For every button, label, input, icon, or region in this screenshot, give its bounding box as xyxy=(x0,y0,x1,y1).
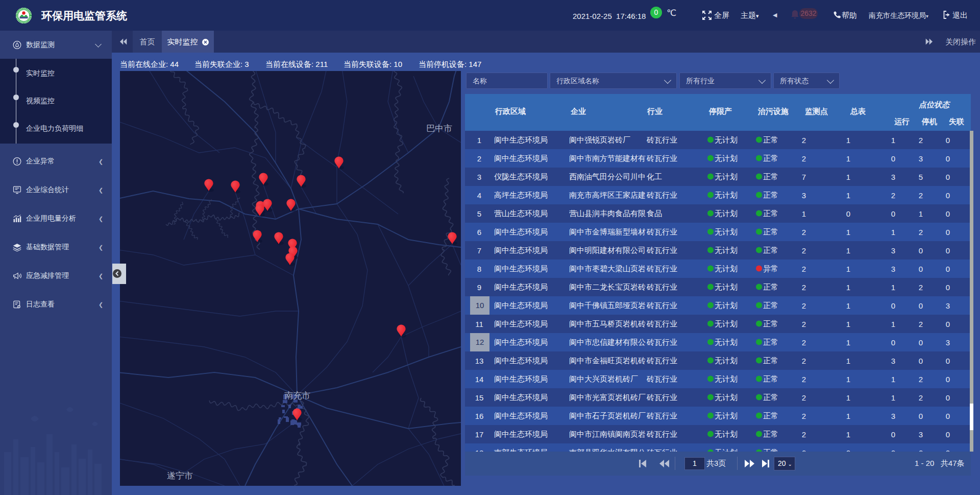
svg-text:遂宁市: 遂宁市 xyxy=(167,471,193,481)
svg-text:巴中市: 巴中市 xyxy=(426,124,452,133)
svg-text:南充市: 南充市 xyxy=(284,391,310,400)
